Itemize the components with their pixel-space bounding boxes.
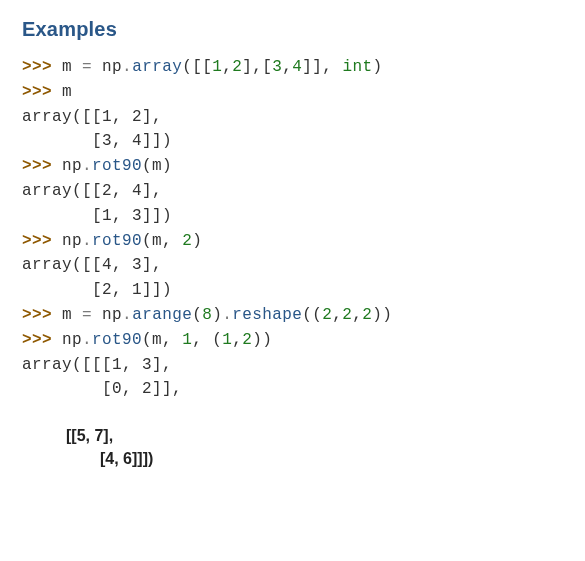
prompt: >>>: [22, 83, 52, 101]
prompt: >>>: [22, 157, 52, 175]
paren-close: ): [252, 331, 262, 349]
num-2: 2: [242, 331, 252, 349]
output-line: [0, 2]],: [22, 380, 182, 398]
mod-np: np: [62, 232, 82, 250]
method-arange: arange: [132, 306, 192, 324]
var-m: m: [62, 83, 72, 101]
paren-close: ): [382, 306, 392, 324]
trailing-line-2: [4, 6]]]): [66, 447, 563, 470]
comma: ,: [322, 58, 332, 76]
output-line: array([[4, 3],: [22, 256, 162, 274]
trailing-output: [[5, 7], [4, 6]]]): [22, 424, 563, 470]
op-dot: .: [82, 157, 92, 175]
output-line: [2, 1]]): [22, 281, 172, 299]
prompt: >>>: [22, 306, 52, 324]
examples-heading: Examples: [22, 18, 563, 41]
paren-open: (: [142, 232, 152, 250]
kw-int: int: [342, 58, 372, 76]
var-m: m: [152, 157, 162, 175]
var-m: m: [152, 331, 162, 349]
num-4: 4: [292, 58, 302, 76]
bracket-close: ]: [312, 58, 322, 76]
op-eq: =: [82, 58, 92, 76]
output-line: [1, 3]]): [22, 207, 172, 225]
mod-np: np: [62, 331, 82, 349]
comma: ,: [232, 331, 242, 349]
method-rot90: rot90: [92, 232, 142, 250]
bracket-open: [: [262, 58, 272, 76]
output-line: array([[2, 4],: [22, 182, 162, 200]
paren-open: (: [302, 306, 312, 324]
comma: ,: [352, 306, 362, 324]
prompt: >>>: [22, 58, 52, 76]
num-2: 2: [232, 58, 242, 76]
bracket-close: ]: [242, 58, 252, 76]
prompt: >>>: [22, 232, 52, 250]
paren-open: (: [312, 306, 322, 324]
prompt: >>>: [22, 331, 52, 349]
num-2: 2: [322, 306, 332, 324]
num-2: 2: [182, 232, 192, 250]
output-line: [3, 4]]): [22, 132, 172, 150]
paren-close: ): [372, 306, 382, 324]
num-1: 1: [212, 58, 222, 76]
comma: ,: [332, 306, 342, 324]
mod-np: np: [102, 58, 122, 76]
paren-open: (: [212, 331, 222, 349]
comma: ,: [282, 58, 292, 76]
trailing-line-1: [[5, 7],: [66, 427, 113, 444]
comma: ,: [162, 232, 172, 250]
method-reshape: reshape: [232, 306, 302, 324]
paren-open: (: [192, 306, 202, 324]
op-eq: =: [82, 306, 92, 324]
paren-open: (: [182, 58, 192, 76]
op-dot: .: [122, 306, 132, 324]
output-line: array([[1, 2],: [22, 108, 162, 126]
paren-close: ): [212, 306, 222, 324]
paren-open: (: [142, 157, 152, 175]
op-dot: .: [222, 306, 232, 324]
paren-close: ): [192, 232, 202, 250]
op-dot: .: [82, 232, 92, 250]
var-m: m: [62, 306, 72, 324]
num-2: 2: [342, 306, 352, 324]
method-rot90: rot90: [92, 157, 142, 175]
var-m: m: [152, 232, 162, 250]
num-2: 2: [362, 306, 372, 324]
method-array: array: [132, 58, 182, 76]
method-rot90: rot90: [92, 331, 142, 349]
var-m: m: [62, 58, 72, 76]
paren-close: ): [162, 157, 172, 175]
paren-close: ): [262, 331, 272, 349]
code-block: >>> m = np.array([[1,2],[3,4]], int) >>>…: [22, 55, 563, 402]
num-8: 8: [202, 306, 212, 324]
output-line: array([[[1, 3],: [22, 356, 172, 374]
bracket-open: [: [192, 58, 202, 76]
num-1: 1: [182, 331, 192, 349]
paren-open: (: [142, 331, 152, 349]
comma: ,: [222, 58, 232, 76]
num-1: 1: [222, 331, 232, 349]
comma: ,: [252, 58, 262, 76]
bracket-close: ]: [302, 58, 312, 76]
bracket-open: [: [202, 58, 212, 76]
num-3: 3: [272, 58, 282, 76]
mod-np: np: [102, 306, 122, 324]
mod-np: np: [62, 157, 82, 175]
op-dot: .: [82, 331, 92, 349]
comma: ,: [162, 331, 172, 349]
op-dot: .: [122, 58, 132, 76]
paren-close: ): [372, 58, 382, 76]
comma: ,: [192, 331, 202, 349]
